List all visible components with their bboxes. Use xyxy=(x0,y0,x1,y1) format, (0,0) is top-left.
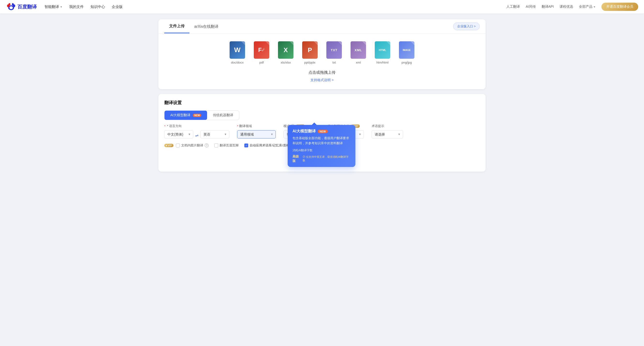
tooltip-advanced[interactable]: 高级版 ⑦ 仅支持中英互译，双倍消耗AI翻译字数 xyxy=(292,154,350,163)
auto-apply-checkbox[interactable]: ✓ xyxy=(244,144,248,147)
nav-item-enterprise[interactable]: 企业版 xyxy=(112,4,123,9)
lang-direction-label: * * 语言方向 xyxy=(164,124,229,128)
txt-label: txt xyxy=(332,61,336,64)
word-icon: W xyxy=(230,41,245,59)
tooltip-desc: 包含基础版全面功能，遵循用户翻译要求和说明，并参考知识库中的资料翻译 xyxy=(292,136,350,146)
nav-right: 人工翻译 AI同传 翻译API 课程优选 全部产品 ▼ 开通百度翻译会员 xyxy=(506,3,638,11)
settings-title: 翻译设置 xyxy=(164,100,480,106)
nav-item-my-files[interactable]: 我的文件 xyxy=(69,4,84,9)
target-lang-wrapper: 英语 ▼ xyxy=(200,130,229,139)
image-vip-badge: ♦ VIP xyxy=(164,144,174,147)
file-type-word: W doc/docx xyxy=(230,41,245,64)
domain-col: * 翻译领域 通用领域 ▼ xyxy=(237,124,276,139)
source-lang-select[interactable]: 中文(简体) xyxy=(164,130,193,139)
tab-arxiv[interactable]: arXiv在线翻译 xyxy=(190,20,223,33)
new-badge: NEW xyxy=(193,114,201,117)
auto-apply-text: 自动应用术语库/记忆库/质检 xyxy=(250,143,289,148)
html-icon: HTML xyxy=(375,41,390,59)
xls-label: xls/xlsx xyxy=(281,61,291,64)
file-type-xml: XML xml xyxy=(350,41,366,64)
html-label: htm/html xyxy=(376,61,388,64)
nav-item-smart-translate[interactable]: 智能翻译 ▼ xyxy=(44,4,62,9)
navbar: 百度翻译 智能翻译 ▼ 我的文件 知识中心 企业版 人工翻译 AI同传 翻译AP… xyxy=(0,0,644,13)
file-icons-row: W doc/docx F☄ pdf X xls/xlsx xyxy=(230,41,414,64)
swap-icon[interactable]: ⇌ xyxy=(195,133,198,138)
term-wrapper: 请选择 ▼ xyxy=(372,130,403,139)
tab-ai-translate[interactable]: AI大模型翻译 NEW xyxy=(164,111,207,120)
file-type-xls: X xls/xlsx xyxy=(278,41,294,64)
term-select[interactable]: 请选择 xyxy=(372,130,403,139)
lang-selector-group: 中文(简体) ▼ ⇌ 英语 ▼ xyxy=(164,130,229,139)
xls-icon: X xyxy=(278,41,294,59)
svg-point-5 xyxy=(12,3,14,5)
target-lang-select[interactable]: 英语 xyxy=(200,130,229,139)
xml-icon: XML xyxy=(350,41,366,59)
term-label: 术语提示 xyxy=(372,124,403,128)
svg-point-4 xyxy=(8,3,10,5)
tooltip-arrow xyxy=(312,123,317,125)
file-type-txt: TXT txt xyxy=(326,41,342,64)
nav-courses[interactable]: 课程优选 xyxy=(560,4,573,9)
checkbox-header-footer: 翻译页眉页脚 xyxy=(214,143,238,148)
translate-type-tabs: AI大模型翻译 NEW 传统机器翻译 xyxy=(164,110,239,120)
svg-point-1 xyxy=(10,6,13,9)
settings-card: 翻译设置 AI大模型翻译 NEW 传统机器翻译 AI大模型翻译 NEW 包含基础… xyxy=(158,94,486,172)
enterprise-entry-button[interactable]: 企业版入口 > xyxy=(453,22,480,30)
nav-human-translate[interactable]: 人工翻译 xyxy=(506,4,520,9)
source-lang-wrapper: 中文(简体) ▼ xyxy=(164,130,193,139)
translate-type-row: AI大模型翻译 NEW 传统机器翻译 AI大模型翻译 NEW 包含基础版全面功能… xyxy=(164,110,480,120)
header-footer-checkbox[interactable] xyxy=(214,144,218,147)
checkbox-image-translate: ♦ VIP 文档内图片翻译 ? xyxy=(164,143,208,148)
upload-area[interactable]: W doc/docx F☄ pdf X xls/xlsx xyxy=(158,34,486,89)
logo-text: 百度翻译 xyxy=(18,4,37,10)
image-label: png/jpg xyxy=(402,61,412,64)
image-translate-checkbox[interactable] xyxy=(176,144,180,147)
txt-icon: TXT xyxy=(326,41,342,59)
file-type-ppt: P ppt/pptx xyxy=(302,41,318,64)
nav-translate-api[interactable]: 翻译API xyxy=(542,4,554,9)
domain-label: * 翻译领域 xyxy=(237,124,276,128)
tab-file-upload[interactable]: 文件上传 xyxy=(164,19,190,33)
domain-wrapper: 通用领域 ▼ xyxy=(237,130,276,139)
pdf-icon: F☄ xyxy=(254,41,269,59)
tooltip-ai-cost: 消耗AI翻译字数 xyxy=(292,148,350,153)
tooltip-new-badge: NEW xyxy=(318,130,328,133)
upload-tabs: 文件上传 arXiv在线翻译 企业版入口 > xyxy=(158,19,486,34)
chevron-down-icon: ▼ xyxy=(60,5,62,8)
ppt-label: ppt/pptx xyxy=(304,61,316,64)
ppt-icon: P xyxy=(302,41,318,59)
nav-all-products[interactable]: 全部产品 ▼ xyxy=(579,4,596,9)
ai-tooltip-popup: AI大模型翻译 NEW 包含基础版全面功能，遵循用户翻译要求和说明，并参考知识库… xyxy=(288,125,356,167)
chevron-down-icon-products: ▼ xyxy=(593,5,596,8)
file-type-pdf: F☄ pdf xyxy=(254,41,269,64)
pdf-label: pdf xyxy=(259,61,264,64)
nav-item-knowledge[interactable]: 知识中心 xyxy=(90,4,105,9)
upload-card: 文件上传 arXiv在线翻译 企业版入口 > W doc/docx F☄ xyxy=(158,19,486,89)
nav-ai-simultaneous[interactable]: AI同传 xyxy=(526,4,536,9)
image-icon: IMAGE xyxy=(399,41,414,59)
vip-button[interactable]: 开通百度翻译会员 xyxy=(602,3,638,11)
domain-select[interactable]: 通用领域 xyxy=(237,130,276,139)
term-col: 术语提示 请选择 ▼ xyxy=(372,124,403,139)
xml-label: xml xyxy=(356,61,361,64)
image-translate-info-icon[interactable]: ? xyxy=(205,144,208,147)
tooltip-title: AI大模型翻译 NEW xyxy=(292,129,350,134)
upload-prompt[interactable]: 点击或拖拽上传 xyxy=(308,70,336,75)
nav-links: 智能翻译 ▼ 我的文件 知识中心 企业版 xyxy=(44,4,506,9)
format-link[interactable]: 支持格式说明 > xyxy=(310,78,334,82)
word-label: doc/docx xyxy=(231,61,244,64)
file-type-html: HTML htm/html xyxy=(375,41,390,64)
page-content: 文件上传 arXiv在线翻译 企业版入口 > W doc/docx F☄ xyxy=(153,13,491,177)
file-type-image: IMAGE png/jpg xyxy=(399,41,414,64)
site-logo[interactable]: 百度翻译 xyxy=(6,2,37,11)
lang-direction-col: * * 语言方向 中文(简体) ▼ ⇌ 英语 ▼ xyxy=(164,124,229,139)
tab-traditional-translate[interactable]: 传统机器翻译 xyxy=(207,111,239,120)
